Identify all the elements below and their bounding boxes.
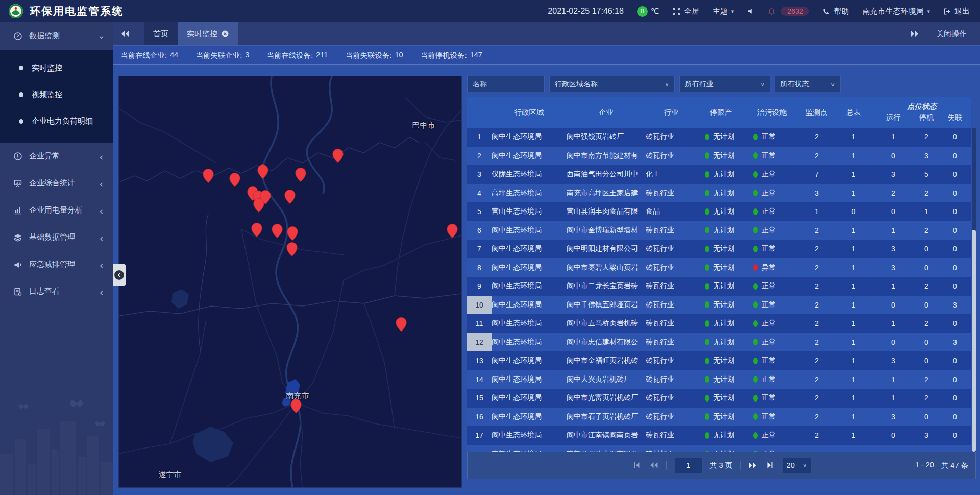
sidebar-item-label: 数据监测	[29, 31, 60, 41]
region-select[interactable]: 行政区域名称 ∨	[549, 76, 675, 92]
table-row[interactable]: 13阆中生态环境局阆中市金福旺页岩机砖砖瓦行业无计划正常21300	[467, 351, 971, 370]
column-header[interactable]: 行政区域	[492, 97, 567, 128]
prev-page-button[interactable]	[649, 460, 659, 470]
page-number-input[interactable]	[674, 458, 702, 473]
column-header[interactable]: 监测点	[799, 97, 835, 128]
table-row[interactable]: 5营山生态环境局营山县润丰肉食品有限食品无计划正常10010	[467, 202, 971, 221]
column-header[interactable]: 总表	[835, 97, 873, 128]
table-row[interactable]: 3仪陇生态环境局西南油气田分公司川中化工无计划正常71350	[467, 165, 971, 184]
sidebar-subitem[interactable]: 视频监控	[0, 81, 113, 108]
user-dropdown[interactable]: 南充市生态环境局 ▾	[862, 7, 930, 16]
status-text: 正常	[762, 170, 776, 179]
column-header[interactable]: 停限产	[697, 97, 745, 128]
sidebar-item-label: 企业用电量分析	[29, 205, 83, 215]
status-text: 无计划	[713, 338, 734, 347]
tab-home[interactable]: 首页	[144, 22, 178, 45]
sidebar-item-6[interactable]: 日志查看	[0, 278, 113, 305]
sidebar-item-4[interactable]: 基础数据管理	[0, 224, 113, 251]
sidebar-collapse-handle[interactable]	[113, 264, 126, 286]
help-button[interactable]: 帮助	[822, 7, 849, 16]
cell-facility: 正常	[745, 226, 799, 235]
map-pin-icon[interactable]	[272, 224, 283, 238]
table-scrollbar[interactable]	[972, 128, 976, 452]
table-row[interactable]: 16阆中生态环境局阆中市石子页岩机砖厂砖瓦行业无计划正常21300	[467, 408, 971, 427]
name-search-input[interactable]: 名称	[467, 76, 545, 92]
table-row[interactable]: 7阆中生态环境局阆中明阳建材有限公司砖瓦行业无计划正常21300	[467, 240, 971, 258]
cell-lost: 0	[939, 152, 971, 160]
cell-meters: 1	[835, 264, 873, 272]
table-row[interactable]: 17阆中生态环境局阆中市江南镇阆南页岩砖瓦行业无计划正常21030	[467, 426, 971, 445]
tabs-scroll-left-button[interactable]	[113, 22, 137, 45]
map-pin-icon[interactable]	[253, 198, 264, 213]
map-pin-icon[interactable]	[295, 168, 306, 182]
cell-meters: 1	[835, 301, 873, 309]
cell-facility: 正常	[745, 132, 799, 142]
table-row[interactable]: 11阆中生态环境局阆中市五马桥页岩机砖砖瓦行业无计划正常21120	[467, 314, 971, 333]
map-pin-icon[interactable]	[251, 223, 262, 237]
tab-realtime-monitor[interactable]: 实时监控	[178, 22, 238, 45]
mute-button[interactable]	[747, 8, 754, 15]
table-row[interactable]: 4高坪生态环境局南充市高坪区王家店建砖瓦行业无计划正常31220	[467, 184, 971, 203]
divider	[740, 461, 740, 470]
map-pin-icon[interactable]	[284, 190, 296, 204]
notifications-button[interactable]: 2632	[768, 7, 809, 16]
map-pin-icon[interactable]	[332, 149, 344, 163]
table-row[interactable]: 9阆中生态环境局阆中市二龙长宝页岩砖砖瓦行业无计划正常21120	[467, 277, 971, 296]
cell-facility: 正常	[745, 300, 799, 310]
map-pin-icon[interactable]	[290, 399, 302, 413]
table-row[interactable]: 2阆中生态环境局阆中市南方节能建材有砖瓦行业无计划正常21030	[467, 147, 971, 166]
cell-stop: 2	[914, 394, 939, 402]
column-header[interactable]: 企业	[567, 97, 646, 128]
close-operations-button[interactable]: 关闭操作	[936, 29, 967, 39]
table-row[interactable]: 12阆中生态环境局阆中市忠信建材有限公砖瓦行业无计划正常21003	[467, 333, 971, 352]
column-header[interactable]: 治污设施	[745, 97, 799, 128]
map-panel[interactable]: 巴中市南充市遂宁市	[118, 76, 462, 488]
last-page-button[interactable]	[765, 460, 775, 470]
map-pin-icon[interactable]	[229, 173, 240, 187]
map-pin-icon[interactable]	[447, 224, 458, 238]
status-select[interactable]: 所有状态 ∨	[775, 76, 841, 92]
double-chevron-right-icon[interactable]	[911, 31, 919, 37]
table-row[interactable]: 1阆中生态环境局阆中强锐页岩砖厂砖瓦行业无计划正常21120	[467, 128, 971, 147]
fullscreen-button[interactable]: 全屏	[673, 7, 699, 16]
map-pin-icon[interactable]	[287, 226, 298, 241]
table-row[interactable]: 8阆中生态环境局阆中市枣碧大梁山页岩砖瓦行业无计划异常21300	[467, 258, 971, 277]
column-header[interactable]: 行业	[646, 97, 697, 128]
sidebar-item-5[interactable]: 应急减排管理	[0, 251, 113, 278]
table-row[interactable]: 18南部生态环境局南部县双佳水泥有限公建材加工无计划正常60060	[467, 445, 971, 452]
status-ok-dot	[705, 190, 709, 196]
map-pin-icon[interactable]	[203, 169, 214, 183]
scrollbar-thumb[interactable]	[972, 230, 976, 452]
sidebar-item-1[interactable]: 企业异常	[0, 143, 113, 170]
theme-dropdown[interactable]: 主题 ▾	[713, 7, 734, 16]
first-page-button[interactable]	[631, 460, 642, 470]
sidebar-item-2[interactable]: 企业综合统计	[0, 170, 113, 197]
cell-run: 1	[873, 375, 914, 384]
cell-stop: 0	[914, 245, 939, 253]
table-row[interactable]: 15阆中生态环境局阆中市光富页岩机砖厂砖瓦行业无计划正常21120	[467, 389, 971, 408]
industry-select[interactable]: 所有行业 ∨	[679, 76, 770, 92]
cell-facility: 正常	[745, 188, 799, 198]
page-size-select[interactable]: 20 ∨	[782, 458, 812, 473]
cell-lost: 0	[939, 394, 971, 402]
status-ok-dot	[753, 246, 758, 252]
table-row[interactable]: 10阆中生态环境局阆中千佛镇五郎垭页岩砖瓦行业无计划正常21003	[467, 296, 971, 315]
next-page-button[interactable]	[747, 460, 757, 470]
map-pin-icon[interactable]	[257, 164, 268, 179]
sidebar-item-label: 日志查看	[29, 287, 60, 296]
table-row[interactable]: 14阆中生态环境局阆中大兴页岩机砖厂砖瓦行业无计划正常21120	[467, 370, 971, 389]
sidebar-item-0[interactable]: 数据监测	[0, 22, 113, 50]
close-tab-icon[interactable]	[222, 30, 229, 37]
sidebar-item-3[interactable]: 企业用电量分析	[0, 197, 113, 224]
logout-button[interactable]: 退出	[943, 7, 970, 16]
sidebar-subitem[interactable]: 实时监控	[0, 55, 113, 81]
sidebar-subitem[interactable]: 企业电力负荷明细	[0, 108, 113, 134]
cell-region: 阆中生态环境局	[492, 132, 567, 142]
cell-limit: 无计划	[697, 244, 745, 253]
cell-lost: 0	[939, 413, 971, 421]
map-pin-icon[interactable]	[286, 242, 298, 256]
map-pin-icon[interactable]	[396, 317, 407, 332]
cell-points: 2	[799, 413, 835, 421]
table-row[interactable]: 6阆中生态环境局阆中市金博瑞新型墙材砖瓦行业无计划正常21120	[467, 221, 971, 240]
chevron-down-icon: ∨	[830, 81, 835, 88]
